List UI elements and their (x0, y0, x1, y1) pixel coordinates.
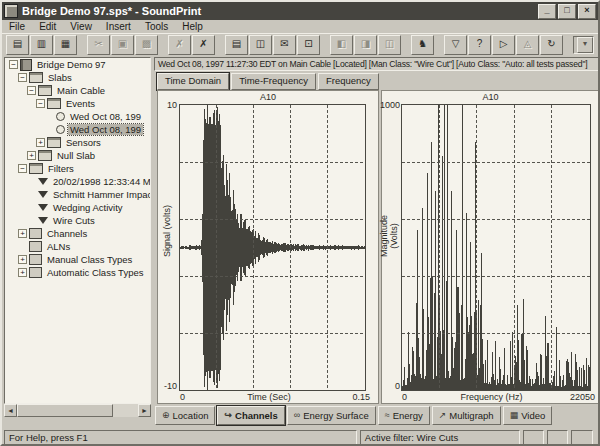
view-right-button: ◨ (354, 35, 377, 55)
copy-button: ▣ (111, 35, 134, 55)
tab-time-frequency[interactable]: Time-Frequency (231, 73, 316, 90)
tree-item-label: ALNs (45, 241, 72, 252)
collapse-toggle[interactable]: − (36, 99, 45, 108)
project-tree-panel[interactable]: −Bridge Demo 97−Slabs−Main Cable−EventsW… (4, 57, 151, 404)
paste-icon: ▩ (142, 38, 151, 49)
tab-energy-surface[interactable]: ∞Energy Surface (287, 406, 376, 425)
y-min-tick: -10 (158, 381, 177, 391)
tree-item-label: Channels (45, 228, 89, 239)
title-bar[interactable]: Bridge Demo 97.sps* - SoundPrint _ □ × (2, 2, 598, 20)
status-help-text: For Help, press F1 (4, 430, 357, 445)
refresh-button[interactable]: ↻ (540, 35, 563, 55)
expand-toggle[interactable]: + (18, 229, 27, 238)
scroll-right-arrow[interactable]: ► (138, 404, 151, 417)
expand-toggle[interactable]: + (36, 138, 45, 147)
scrollbar-thumb[interactable] (17, 404, 113, 417)
tree-item-label: Manual Class Types (45, 254, 134, 265)
tree-item-sensors[interactable]: +Sensors (5, 136, 150, 149)
y-max-tick: 1000 (379, 100, 400, 110)
tab-energy[interactable]: ≈Energy (378, 406, 430, 425)
tree-item-alns[interactable]: ALNs (5, 240, 150, 253)
slabs-icon (29, 72, 43, 83)
tree-item-automatic-class-types[interactable]: +Automatic Class Types (5, 266, 150, 279)
filter-query-button[interactable]: ? (468, 35, 491, 55)
playback-button[interactable]: ♞ (411, 35, 434, 55)
filter-button[interactable]: ▽ (444, 35, 467, 55)
scroll-left-arrow[interactable]: ◄ (4, 404, 17, 417)
video-icon: ▦ (510, 408, 519, 423)
chart-title: A10 (158, 92, 378, 102)
menu-file[interactable]: File (2, 21, 32, 32)
event-info-header: Wed Oct 08, 1997 11:27:30 EDT on Main Ca… (154, 57, 600, 71)
tree-item-manual-class-types[interactable]: +Manual Class Types (5, 253, 150, 266)
print-icon: ▤ (232, 38, 241, 49)
filter-icon: ▽ (452, 38, 460, 49)
menu-edit[interactable]: Edit (32, 21, 63, 32)
tab-label: Location (173, 408, 209, 423)
menu-insert[interactable]: Insert (99, 21, 138, 32)
tab-multigraph[interactable]: ↗Multigraph (432, 406, 501, 425)
channels-icon: ↪ (224, 408, 232, 423)
print-button[interactable]: ▤ (225, 35, 248, 55)
tree-item-null-slab[interactable]: +Null Slab (5, 149, 150, 162)
new-icon: ▤ (13, 38, 22, 49)
tree-item-events[interactable]: −Events (5, 97, 150, 110)
close-button[interactable]: × (578, 4, 596, 19)
filter-apply-icon: ▷ (500, 38, 508, 49)
collapse-toggle[interactable]: − (9, 60, 18, 69)
tree-item-schmitt-hammer-impacts[interactable]: Schmitt Hammer Impacts (5, 188, 150, 201)
export-icon: ✉ (280, 38, 288, 49)
menu-view[interactable]: View (63, 21, 99, 32)
scrollbar-track[interactable] (113, 404, 138, 417)
tree-item-label: Sensors (64, 137, 103, 148)
expand-toggle[interactable]: + (27, 151, 36, 160)
tree-item-slabs[interactable]: −Slabs (5, 71, 150, 84)
collapse-toggle[interactable]: − (27, 86, 36, 95)
tab-frequency[interactable]: Frequency (318, 73, 379, 90)
tree-item-filters[interactable]: −Filters (5, 162, 150, 175)
y-max-tick: 10 (158, 100, 177, 110)
filter-apply-button[interactable]: ▷ (492, 35, 515, 55)
tree-item-label: Schmitt Hammer Impacts (51, 189, 151, 200)
tab-video[interactable]: ▦Video (503, 406, 553, 425)
tree-item-label: Wedging Activity (51, 202, 125, 213)
tree-item-bridge-demo-97[interactable]: −Bridge Demo 97 (5, 58, 150, 71)
tree-item-wed-oct-08-199[interactable]: Wed Oct 08, 199 (5, 110, 150, 123)
tree-item-main-cable[interactable]: −Main Cable (5, 84, 150, 97)
tree-item-wed-oct-08-199[interactable]: Wed Oct 08, 199 (5, 123, 150, 136)
export-button[interactable]: ✉ (273, 35, 296, 55)
funnel-icon (38, 204, 48, 211)
tree-horizontal-scrollbar[interactable]: ◄ ► (4, 404, 151, 417)
collapse-toggle[interactable]: − (18, 164, 27, 173)
delete-event-button[interactable]: ✗ (192, 35, 215, 55)
tree-item-wedging-activity[interactable]: Wedging Activity (5, 201, 150, 214)
view-tab-bar: ⊕Location↪Channels∞Energy Surface≈Energy… (155, 406, 554, 424)
funnel-icon (38, 178, 48, 185)
expand-toggle[interactable]: + (18, 268, 27, 277)
toolbar-group: ▽?▷◬↻ (444, 35, 564, 55)
collapse-toggle[interactable]: − (18, 73, 27, 82)
tab-time-domain[interactable]: Time Domain (157, 73, 229, 90)
open-button[interactable]: ▥ (30, 35, 53, 55)
minimize-button[interactable]: _ (538, 4, 556, 19)
print-preview-button[interactable]: ◫ (249, 35, 272, 55)
status-pane-1 (523, 430, 545, 445)
expand-toggle[interactable]: + (18, 255, 27, 264)
auto-class-icon (29, 267, 42, 278)
tree-item-channels[interactable]: +Channels (5, 227, 150, 240)
view-right-icon: ◨ (361, 38, 370, 49)
toolbar-group: ✗✗ (168, 35, 216, 55)
tree-item-20-02-1998-12-33-44-ms[interactable]: 20/02/1998 12:33:44 MS (5, 175, 150, 188)
new-button[interactable]: ▤ (6, 35, 29, 55)
save-button[interactable]: ▦ (54, 35, 77, 55)
menu-tools[interactable]: Tools (138, 21, 175, 32)
tree-item-wire-cuts[interactable]: Wire Cuts (5, 214, 150, 227)
maximize-button[interactable]: □ (558, 4, 576, 19)
tab-location[interactable]: ⊕Location (155, 406, 215, 425)
menu-help[interactable]: Help (175, 21, 210, 32)
tree-item-label: Automatic Class Types (45, 267, 145, 278)
delete-button: ✗ (168, 35, 191, 55)
tab-channels[interactable]: ↪Channels (217, 406, 284, 425)
filter-edit-button: ◬ (516, 35, 539, 55)
import-button[interactable]: ⊡ (297, 35, 320, 55)
